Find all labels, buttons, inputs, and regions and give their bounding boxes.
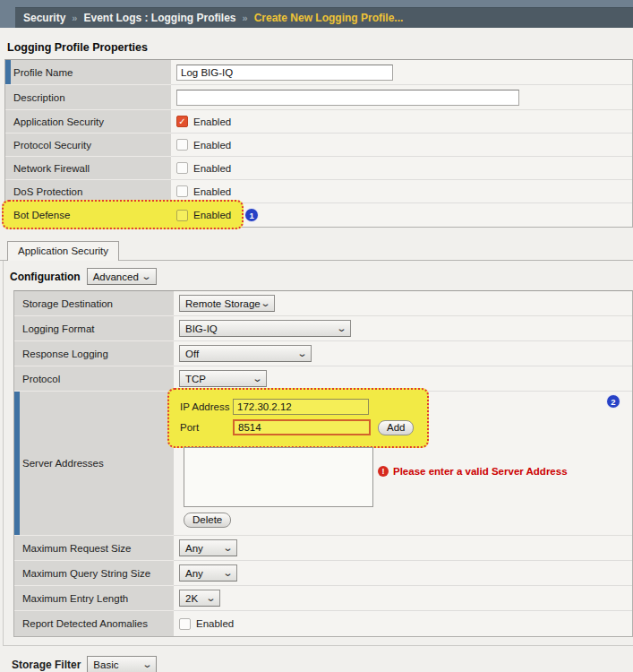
breadcrumb-separator: »	[72, 13, 77, 23]
profile-name-input[interactable]	[176, 65, 393, 81]
enabled-label: Enabled	[196, 618, 234, 629]
bot-defense-label: Bot Defense	[5, 203, 171, 227]
application-security-table: Storage Destination Remote Storage ⌄ Log…	[13, 290, 633, 637]
storage-destination-value: Remote Storage	[185, 298, 261, 309]
description-input[interactable]	[176, 90, 519, 106]
breadcrumb-separator: »	[243, 13, 248, 23]
enabled-label: Enabled	[193, 186, 231, 197]
table-row: Protocol Security Enabled	[5, 134, 632, 157]
maximum-entry-length-label: Maximum Entry Length	[14, 586, 174, 611]
maximum-query-string-size-value: Any	[185, 568, 203, 579]
chevron-down-icon: ⌄	[222, 543, 233, 553]
description-label: Description	[5, 85, 171, 110]
tab-application-security[interactable]: Application Security	[7, 241, 119, 261]
protocol-value: TCP	[185, 374, 206, 384]
network-firewall-checkbox[interactable]	[176, 162, 188, 174]
top-bar: Security » Event Logs : Logging Profiles…	[0, 0, 633, 28]
response-logging-value: Off	[185, 349, 199, 359]
breadcrumb-current-page: Create New Logging Profile...	[254, 12, 404, 24]
configuration-value: Advanced	[93, 271, 139, 282]
protocol-select[interactable]: TCP ⌄	[179, 370, 267, 387]
storage-filter-value: Basic	[93, 659, 118, 670]
table-row-bot-defense: Bot Defense Enabled 1	[5, 203, 632, 227]
storage-destination-select[interactable]: Remote Storage ⌄	[179, 295, 275, 312]
chevron-down-icon: ⌄	[296, 349, 307, 358]
properties-table: Profile Name Description Application Sec…	[4, 59, 633, 228]
enabled-label: Enabled	[193, 116, 231, 127]
table-row: Maximum Entry Length 2K ⌄	[14, 586, 632, 611]
logging-format-label: Logging Format	[14, 316, 174, 341]
storage-filter-label: Storage Filter	[12, 659, 81, 671]
chevron-down-icon: ⌄	[252, 374, 262, 383]
chevron-down-icon: ⌄	[222, 568, 233, 578]
properties-section-title: Logging Profile Properties	[7, 41, 633, 54]
table-row: Profile Name	[5, 60, 632, 85]
delete-button[interactable]: Delete	[184, 513, 231, 528]
table-row: Network Firewall Enabled	[5, 157, 632, 180]
enabled-label: Enabled	[193, 210, 231, 220]
configuration-select[interactable]: Advanced ⌄	[87, 268, 157, 285]
storage-filter-select[interactable]: Basic ⌄	[87, 656, 157, 672]
application-security-panel: Configuration Advanced ⌄ Storage Destina…	[3, 261, 633, 646]
table-row: Maximum Request Size Any ⌄	[14, 536, 632, 561]
breadcrumb-security[interactable]: Security	[23, 12, 65, 24]
response-logging-label: Response Logging	[14, 341, 174, 366]
maximum-request-size-label: Maximum Request Size	[14, 536, 174, 561]
table-row: Storage Destination Remote Storage ⌄	[14, 291, 632, 316]
protocol-label: Protocol	[14, 366, 174, 392]
logging-format-select[interactable]: BIG-IQ ⌄	[179, 320, 351, 337]
chevron-down-icon: ⌄	[142, 659, 153, 669]
table-row-server-addresses: Server Addresses 2 IP Address Port Add	[14, 392, 632, 536]
report-detected-anomalies-checkbox[interactable]	[179, 618, 191, 630]
storage-destination-label: Storage Destination	[14, 291, 174, 316]
step-1-badge: 1	[245, 209, 258, 221]
table-row: Maximum Query String Size Any ⌄	[14, 561, 632, 586]
check-icon: ✓	[178, 117, 185, 126]
dos-protection-checkbox[interactable]	[176, 185, 188, 197]
port-label: Port	[180, 422, 233, 433]
enabled-label: Enabled	[193, 163, 231, 174]
maximum-entry-length-value: 2K	[185, 593, 198, 604]
enabled-label: Enabled	[193, 140, 231, 151]
maximum-request-size-select[interactable]: Any ⌄	[179, 539, 237, 556]
report-detected-anomalies-label: Report Detected Anomalies	[14, 611, 174, 636]
protocol-security-checkbox[interactable]	[176, 139, 188, 151]
table-row: Logging Format BIG-IQ ⌄	[14, 316, 632, 341]
table-row: Application Security ✓ Enabled	[5, 110, 632, 134]
tab-strip: Application Security	[0, 239, 633, 261]
breadcrumb: Security » Event Logs : Logging Profiles…	[15, 7, 633, 28]
server-addresses-listbox[interactable]	[184, 447, 373, 507]
ip-address-label: IP Address	[180, 401, 233, 412]
table-row: Report Detected Anomalies Enabled	[14, 611, 632, 636]
maximum-query-string-size-select[interactable]: Any ⌄	[179, 564, 237, 582]
breadcrumb-logging-profiles[interactable]: Event Logs : Logging Profiles	[83, 12, 235, 24]
ip-address-input[interactable]	[233, 399, 369, 415]
bot-defense-checkbox[interactable]	[176, 210, 188, 221]
error-message: Please enter a valid Server Address	[393, 466, 568, 477]
server-address-error: ! Please enter a valid Server Address	[378, 466, 568, 477]
chevron-down-icon: ⌄	[205, 593, 216, 603]
maximum-query-string-size-label: Maximum Query String Size	[14, 561, 174, 586]
error-icon: !	[378, 466, 389, 477]
port-input[interactable]	[233, 419, 371, 435]
chevron-down-icon: ⌄	[336, 323, 346, 333]
application-security-checkbox[interactable]: ✓	[176, 116, 188, 127]
profile-name-label: Profile Name	[5, 60, 171, 85]
chevron-down-icon: ⌄	[260, 298, 270, 308]
network-firewall-label: Network Firewall	[5, 157, 171, 180]
configuration-label: Configuration	[10, 271, 81, 283]
table-row: Response Logging Off ⌄	[14, 341, 632, 366]
maximum-request-size-value: Any	[185, 543, 203, 554]
maximum-entry-length-select[interactable]: 2K ⌄	[179, 590, 220, 607]
logging-format-value: BIG-IQ	[185, 323, 218, 334]
chevron-down-icon: ⌄	[141, 271, 152, 281]
application-security-label: Application Security	[5, 110, 171, 134]
table-row: Description	[5, 85, 632, 110]
response-logging-select[interactable]: Off ⌄	[179, 345, 312, 362]
add-button[interactable]: Add	[378, 420, 414, 435]
server-addresses-label: Server Addresses	[14, 392, 174, 536]
protocol-security-label: Protocol Security	[5, 134, 171, 157]
